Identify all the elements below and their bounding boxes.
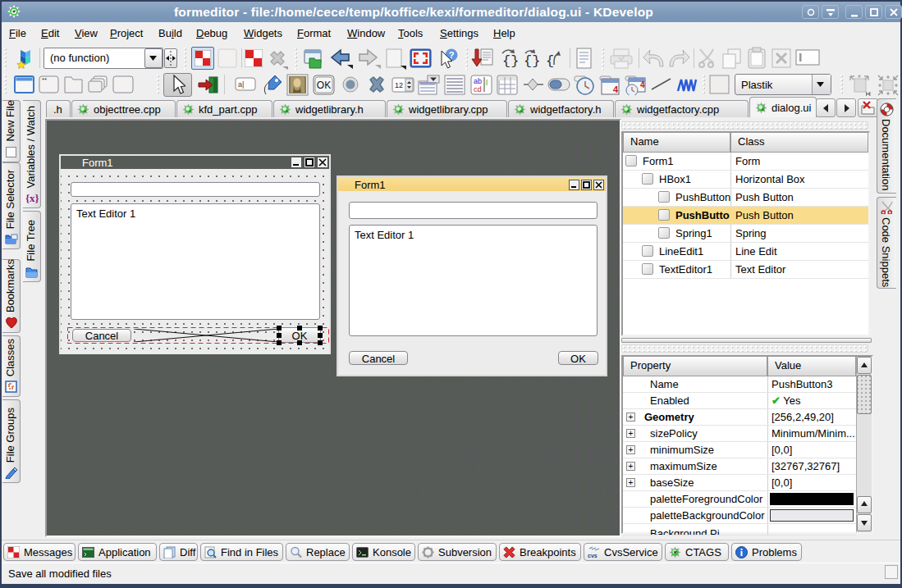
svg-text:cd: cd bbox=[474, 85, 482, 93]
svg-text:4: 4 bbox=[613, 84, 619, 94]
svg-text:{x}: {x} bbox=[25, 192, 39, 204]
svg-text:l: l bbox=[486, 79, 488, 87]
svg-text:ab: ab bbox=[474, 77, 482, 85]
svg-text:{: { bbox=[546, 53, 554, 69]
svg-text:a|: a| bbox=[238, 80, 244, 89]
svg-text:4: 4 bbox=[640, 80, 645, 89]
svg-text:**: ** bbox=[42, 76, 47, 84]
svg-text:12: 12 bbox=[395, 81, 403, 89]
svg-text:OK: OK bbox=[317, 80, 331, 91]
svg-text:{}: {} bbox=[502, 53, 519, 69]
svg-text:cvs: cvs bbox=[588, 553, 598, 558]
svg-text:{}: {} bbox=[524, 53, 540, 69]
